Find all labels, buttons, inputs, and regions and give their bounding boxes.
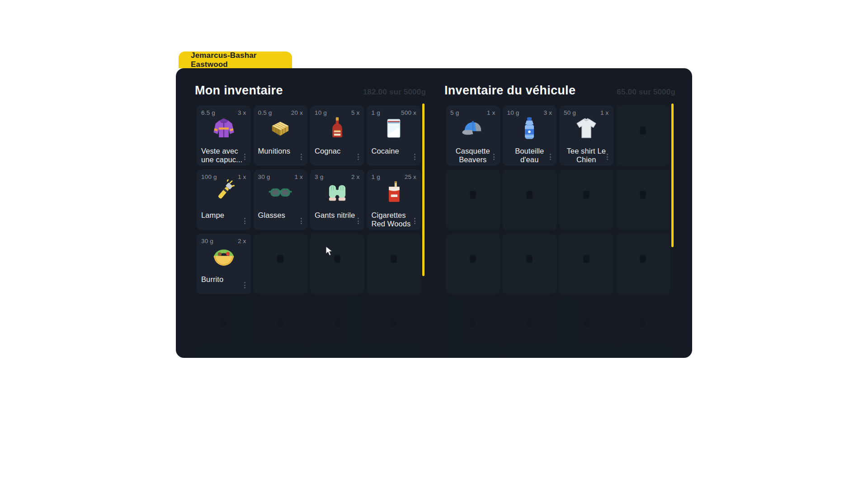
item-options-button[interactable] <box>492 153 495 161</box>
character-name: Jemarcus-Bashar Eastwood <box>191 51 292 69</box>
item-count: 3 x <box>543 109 552 116</box>
empty-slot[interactable] <box>503 169 557 230</box>
player-inventory-grid: 6.5 g3 xVeste avec une capuc...0.5 g20 x… <box>197 105 421 358</box>
player-inventory-header: Mon inventaire 182.00 sur 5000g <box>195 84 426 98</box>
vehicle-inventory-capacity: 65.00 sur 5000g <box>617 88 675 97</box>
item-options-button[interactable] <box>606 153 609 161</box>
item-card[interactable]: 30 g1 xGlasses <box>254 169 308 230</box>
item-count: 2 x <box>238 238 246 244</box>
item-name: Cognac <box>315 147 357 155</box>
item-options-button[interactable] <box>357 217 360 225</box>
empty-slot[interactable] <box>254 234 308 294</box>
item-card[interactable]: 30 g2 xBurrito <box>197 234 251 294</box>
item-name: Tee shirt Le Chien <box>565 147 608 164</box>
item-options-button[interactable] <box>413 153 416 161</box>
nitrile-gloves-icon <box>324 179 350 206</box>
screen: Jemarcus-Bashar Eastwood Mon inventaire … <box>0 0 868 488</box>
empty-slot <box>197 298 251 358</box>
item-options-button[interactable] <box>243 281 246 289</box>
item-weight: 1 g <box>372 174 380 180</box>
item-name: Cigarettes Red Woods <box>372 211 414 228</box>
hooded-jacket-icon <box>211 115 237 141</box>
item-count: 1 x <box>487 109 495 116</box>
empty-slot[interactable] <box>616 234 670 294</box>
item-name: Bouteille d'eau <box>509 147 551 164</box>
empty-slot[interactable] <box>559 234 613 294</box>
item-card[interactable]: 1 g500 xCocaine <box>367 105 421 166</box>
item-card[interactable]: 10 g3 xBouteille d'eau <box>503 105 557 166</box>
empty-slot <box>254 298 308 358</box>
empty-slot <box>616 298 670 358</box>
flashlight-icon <box>211 179 237 206</box>
item-name: Cocaine <box>372 147 414 155</box>
item-card[interactable]: 1 g25 xCigarettes Red Woods <box>367 169 421 230</box>
item-options-button[interactable] <box>300 153 303 161</box>
item-name: Gants nitrile <box>315 211 357 220</box>
item-name: Lampe <box>201 211 244 220</box>
player-capacity-bar <box>422 103 425 276</box>
item-card[interactable]: 100 g1 xLampe <box>197 169 251 230</box>
item-options-button[interactable] <box>549 153 552 161</box>
vehicle-inventory-title: Inventaire du véhicule <box>444 84 576 98</box>
item-card[interactable]: 0.5 g20 xMunitions <box>254 105 308 166</box>
item-options-button[interactable] <box>413 217 416 225</box>
item-name: Burrito <box>201 275 244 284</box>
vehicle-inventory-grid: 5 g1 xCasquette Beavers10 g3 xBouteille … <box>446 105 670 358</box>
empty-slot[interactable] <box>446 234 500 294</box>
cocaine-bag-icon <box>381 115 407 141</box>
empty-slot <box>559 298 613 358</box>
item-name: Casquette Beavers <box>452 147 494 164</box>
tshirt-icon <box>573 115 599 141</box>
taco-icon <box>211 244 237 270</box>
sunglasses-icon <box>267 179 293 206</box>
empty-slot[interactable] <box>616 169 670 230</box>
item-options-button[interactable] <box>243 217 246 225</box>
item-options-button[interactable] <box>357 153 360 161</box>
item-count: 5 x <box>351 109 360 116</box>
cigarette-pack-icon <box>381 179 407 206</box>
character-name-tab: Jemarcus-Bashar Eastwood <box>179 52 292 68</box>
item-count: 1 x <box>238 174 246 180</box>
item-card[interactable]: 50 g1 xTee shirt Le Chien <box>559 105 613 166</box>
empty-slot[interactable] <box>503 234 557 294</box>
item-options-button[interactable] <box>243 153 246 161</box>
cognac-bottle-icon <box>324 115 350 141</box>
item-card[interactable]: 6.5 g3 xVeste avec une capuc... <box>197 105 251 166</box>
item-count: 1 x <box>294 174 303 180</box>
item-count: 1 x <box>600 109 609 116</box>
item-card[interactable]: 3 g2 xGants nitrile <box>310 169 364 230</box>
ammo-icon <box>267 115 293 141</box>
water-bottle-icon <box>516 115 542 141</box>
item-name: Munitions <box>258 147 301 155</box>
mouse-cursor <box>326 246 333 257</box>
empty-slot <box>503 298 557 358</box>
item-count: 3 x <box>238 109 246 116</box>
vehicle-inventory-header: Inventaire du véhicule 65.00 sur 5000g <box>444 84 675 98</box>
item-name: Veste avec une capuc... <box>201 147 244 164</box>
item-count: 2 x <box>351 174 360 180</box>
empty-slot[interactable] <box>559 169 613 230</box>
inventory-panel: Mon inventaire 182.00 sur 5000g Inventai… <box>176 68 692 358</box>
vehicle-capacity-bar <box>671 103 674 247</box>
item-card[interactable]: 5 g1 xCasquette Beavers <box>446 105 500 166</box>
item-weight: 1 g <box>372 109 380 116</box>
item-name: Glasses <box>258 211 301 220</box>
empty-slot <box>367 298 421 358</box>
item-options-button[interactable] <box>300 217 303 225</box>
player-inventory-title: Mon inventaire <box>195 84 283 98</box>
item-weight: 3 g <box>315 174 323 180</box>
cap-icon <box>460 115 486 141</box>
player-inventory-capacity: 182.00 sur 5000g <box>363 88 426 97</box>
empty-slot[interactable] <box>446 169 500 230</box>
empty-slot[interactable] <box>310 234 364 294</box>
empty-slot <box>446 298 500 358</box>
empty-slot[interactable] <box>367 234 421 294</box>
item-weight: 5 g <box>450 109 459 116</box>
empty-slot[interactable] <box>616 105 670 166</box>
item-card[interactable]: 10 g5 xCognac <box>310 105 364 166</box>
empty-slot <box>310 298 364 358</box>
